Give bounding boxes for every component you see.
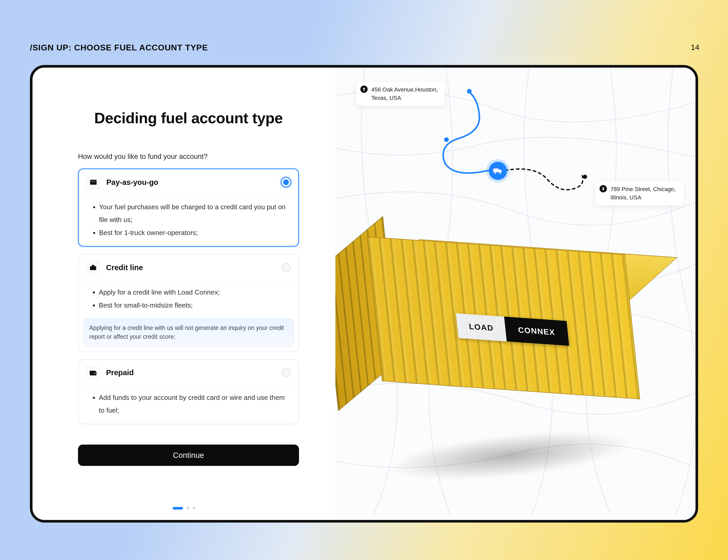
pager-dot-active[interactable] [173, 507, 183, 510]
slide-title: /SIGN UP: CHOOSE FUEL ACCOUNT TYPE [30, 43, 208, 53]
svg-rect-2 [90, 266, 96, 270]
device-frame: Deciding fuel account type How would you… [30, 65, 698, 523]
option-pay-as-you-go[interactable]: Pay-as-you-go Your fuel purchases will b… [78, 168, 299, 247]
option-header[interactable]: Pay-as-you-go [79, 169, 298, 195]
svg-rect-1 [90, 181, 97, 182]
illustration-panel: 456 Oak Avenue,Houston, Texas, USA 789 P… [335, 68, 695, 520]
option-body: Your fuel purchases will be charged to a… [79, 195, 298, 246]
truck-icon [493, 167, 503, 174]
page-title: Deciding fuel account type [78, 109, 299, 127]
route-destination-dot [583, 175, 587, 179]
svg-point-9 [495, 172, 496, 173]
option-prepaid[interactable]: Prepaid Add funds to your account by cre… [78, 359, 299, 424]
wallet-icon [86, 366, 100, 380]
pager [33, 507, 335, 510]
radio-unselected-icon[interactable] [282, 263, 291, 272]
svg-rect-7 [493, 168, 498, 172]
svg-rect-3 [92, 265, 94, 266]
option-title: Credit line [106, 263, 276, 272]
credit-notice: Applying for a credit line with us will … [83, 318, 294, 346]
truck-marker [489, 162, 507, 180]
pager-dot[interactable] [187, 507, 189, 510]
option-body: Add funds to your account by credit card… [79, 386, 298, 424]
option-credit-line[interactable]: Credit line Apply for a credit line with… [78, 254, 299, 352]
shipping-container-illustration: LOAD CONNEX [335, 196, 671, 459]
option-header[interactable]: Credit line [79, 255, 298, 281]
slide-number: 14 [691, 43, 699, 52]
option-body: Apply for a credit line with Load Connex… [79, 281, 298, 318]
option-title: Pay-as-you-go [106, 178, 275, 187]
pager-dot[interactable] [193, 507, 196, 510]
route-origin-dot [467, 89, 472, 94]
svg-rect-0 [90, 180, 97, 185]
brand-logo-left: LOAD [456, 313, 507, 341]
option-bullet: Best for small-to-midsize fleets; [99, 299, 291, 312]
arrow-up-icon [360, 86, 368, 93]
option-bullet: Your fuel purchases will be charged to a… [99, 201, 290, 226]
continue-button[interactable]: Continue [78, 445, 299, 466]
option-title: Prepaid [106, 368, 276, 377]
radio-selected-icon[interactable] [282, 178, 290, 187]
briefcase-icon [86, 261, 100, 274]
radio-unselected-icon[interactable] [282, 368, 291, 377]
credit-card-icon [87, 175, 100, 189]
option-header[interactable]: Prepaid [79, 360, 298, 386]
svg-rect-4 [90, 372, 96, 375]
origin-address-chip: 456 Oak Avenue,Houston, Texas, USA [356, 82, 445, 106]
route-waypoint-dot [444, 137, 449, 142]
brand-logo-right: CONNEX [504, 317, 569, 346]
svg-point-5 [94, 373, 95, 374]
form-panel: Deciding fuel account type How would you… [33, 68, 335, 520]
svg-point-11 [499, 172, 500, 173]
option-bullet: Apply for a credit line with Load Connex… [99, 286, 291, 299]
arrow-down-icon [600, 185, 607, 192]
origin-address-text: 456 Oak Avenue,Houston, Texas, USA [371, 86, 439, 102]
question-label: How would you like to fund your account? [78, 153, 299, 161]
option-bullet: Best for 1-truck owner-operators; [99, 226, 290, 239]
option-bullet: Add funds to your account by credit card… [99, 391, 291, 417]
